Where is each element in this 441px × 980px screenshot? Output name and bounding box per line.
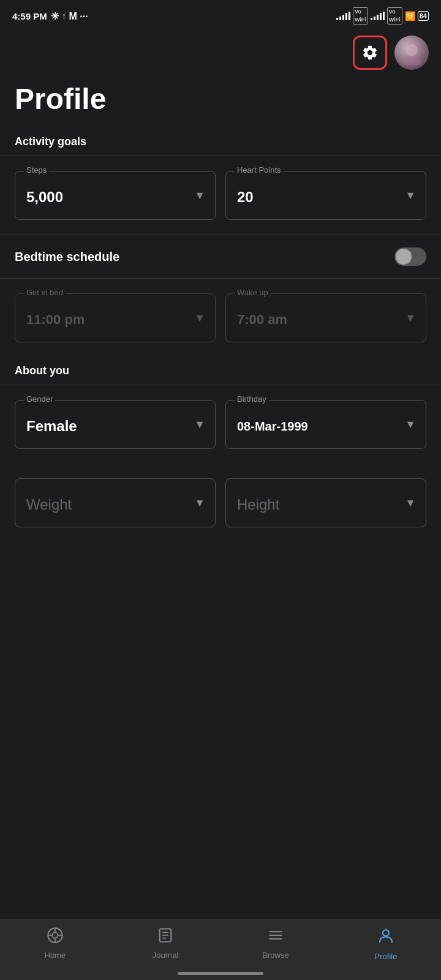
get-in-bed-label: Get in bed: [24, 288, 66, 297]
nav-home[interactable]: Home: [0, 927, 110, 960]
nav-home-label: Home: [45, 951, 66, 960]
bottom-nav: Home Journal Browse: [0, 919, 441, 980]
weight-value: Weight: [26, 496, 204, 513]
bedtime-toggle[interactable]: [394, 247, 426, 266]
wake-up-value: 7:00 am: [237, 312, 415, 328]
weight-dropdown[interactable]: Weight ▼: [15, 478, 216, 527]
birthday-value: 08-Mar-1999: [237, 420, 415, 434]
gender-label: Gender: [24, 394, 55, 404]
nav-journal-label: Journal: [153, 951, 179, 960]
sleep-times-row: Get in bed 11:00 pm ▼ Wake up 7:00 am ▼: [0, 279, 441, 357]
body-metrics-row: Weight ▼ Height ▼: [0, 464, 441, 542]
journal-icon: [157, 927, 174, 948]
home-icon: [47, 927, 64, 948]
birthday-dropdown[interactable]: Birthday 08-Mar-1999 ▼: [225, 400, 426, 449]
vo-badge-2: VoWiFi: [387, 7, 402, 24]
heart-points-label: Heart Points: [235, 165, 284, 175]
status-indicators: VoWiFi VoWiFi 🛜 84: [336, 7, 429, 24]
gender-value: Female: [26, 418, 204, 435]
svg-point-2: [399, 40, 424, 65]
status-bar: 4:59 PM ✳ ↑ M ··· VoWiFi VoWiFi 🛜 84: [0, 0, 441, 29]
gender-chevron-icon: ▼: [194, 418, 205, 431]
nav-browse[interactable]: Browse: [221, 927, 331, 960]
get-in-bed-dropdown[interactable]: Get in bed 11:00 pm ▼: [15, 293, 216, 342]
svg-point-0: [405, 44, 418, 56]
steps-dropdown[interactable]: Steps 5,000 ▼: [15, 171, 216, 220]
personal-info-row: Gender Female ▼ Birthday 08-Mar-1999 ▼: [0, 385, 441, 464]
heart-points-value: 20: [237, 189, 415, 206]
gear-icon: [361, 44, 379, 61]
top-header: [0, 29, 441, 76]
toggle-knob: [396, 249, 412, 265]
goals-row: Steps 5,000 ▼ Heart Points 20 ▼: [0, 156, 441, 235]
nav-journal[interactable]: Journal: [110, 927, 221, 960]
birthday-chevron-icon: ▼: [405, 418, 416, 431]
battery-icon: 84: [418, 11, 429, 21]
heart-points-chevron-icon: ▼: [405, 189, 416, 202]
svg-point-16: [383, 930, 389, 936]
svg-point-4: [52, 932, 58, 938]
page-title: Profile: [0, 76, 441, 128]
height-chevron-icon: ▼: [405, 497, 416, 510]
birthday-label: Birthday: [235, 394, 269, 404]
nav-profile[interactable]: Profile: [331, 927, 441, 961]
nav-profile-label: Profile: [375, 952, 398, 961]
get-in-bed-chevron-icon: ▼: [194, 312, 205, 325]
signal-icon-2: [371, 12, 385, 20]
bedtime-row: Bedtime schedule: [0, 235, 441, 278]
get-in-bed-value: 11:00 pm: [26, 312, 204, 328]
steps-label: Steps: [24, 165, 49, 175]
height-value: Height: [237, 496, 415, 513]
wifi-icon: 🛜: [405, 11, 415, 21]
bedtime-label: Bedtime schedule: [15, 250, 119, 264]
signal-icon: [336, 12, 350, 20]
weight-chevron-icon: ▼: [194, 497, 205, 510]
activity-goals-label: Activity goals: [0, 128, 441, 156]
wake-up-label: Wake up: [235, 288, 271, 297]
profile-icon: [377, 927, 395, 949]
heart-points-dropdown[interactable]: Heart Points 20 ▼: [225, 171, 426, 220]
nav-browse-label: Browse: [262, 951, 288, 960]
about-you-label: About you: [0, 357, 441, 385]
steps-chevron-icon: ▼: [194, 189, 205, 202]
vo-badge-1: VoWiFi: [353, 7, 368, 24]
browse-icon: [267, 927, 284, 948]
status-time: 4:59 PM ✳ ↑ M ···: [12, 10, 88, 22]
wake-up-dropdown[interactable]: Wake up 7:00 am ▼: [225, 293, 426, 342]
home-indicator: [178, 972, 263, 975]
notification-icons: ✳ ↑ M ···: [51, 10, 88, 22]
height-dropdown[interactable]: Height ▼: [225, 478, 426, 527]
avatar[interactable]: [394, 36, 429, 70]
svg-point-1: [402, 56, 421, 65]
steps-value: 5,000: [26, 189, 204, 206]
gender-dropdown[interactable]: Gender Female ▼: [15, 400, 216, 449]
settings-button[interactable]: [353, 36, 387, 70]
wake-up-chevron-icon: ▼: [405, 312, 416, 325]
